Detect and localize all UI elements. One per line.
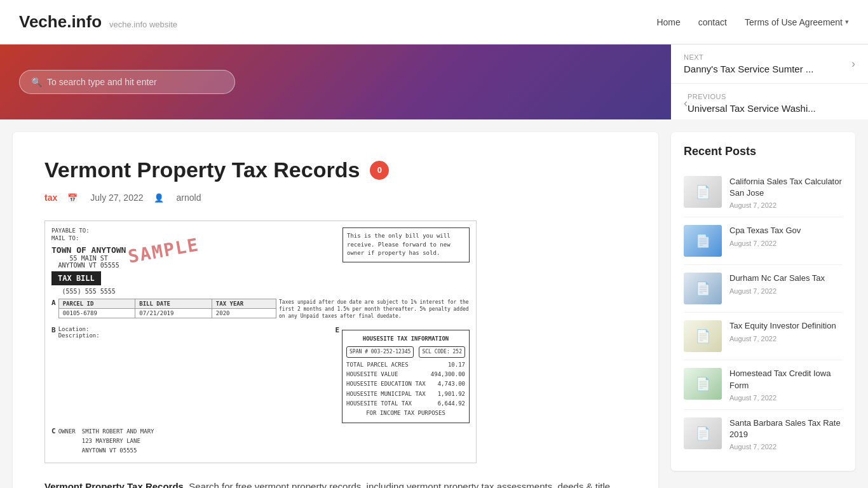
article: Vermont Property Tax Records 0 tax 📅 Jul… [13, 132, 658, 488]
parcel-acres-label: TOTAL PARCEL ACRES [346, 360, 409, 370]
calendar-icon: 📅 [67, 193, 78, 203]
post-info: Homestead Tax Credit Iowa Form August 7,… [729, 368, 843, 401]
total-tax-val: 6,644.92 [438, 399, 465, 409]
post-info: Cpa Texas Tax Gov August 7, 2022 [729, 225, 843, 257]
owner-addr1: 123 MAYBERRY LANE [82, 437, 154, 446]
search-box[interactable]: 🔍 [19, 70, 235, 94]
label-c: C [51, 427, 56, 435]
town-phone: (555) 555 5555 [51, 288, 126, 295]
prev-nav-card[interactable]: ‹ PREVIOUS Universal Tax Service Washi..… [671, 84, 868, 123]
post-date: August 7, 2022 [729, 443, 843, 451]
post-info: Santa Barbara Sales Tax Rate 2019 August… [729, 417, 843, 451]
span-badge: SPAN # 003-252-12345 [346, 346, 414, 358]
list-item[interactable]: 📄 Durham Nc Car Sales Tax August 7, 2022 [684, 265, 843, 313]
list-item[interactable]: 📄 Tax Equity Investor Definition August … [684, 313, 843, 360]
town-addr2: ANYTOWN VT 05555 [51, 262, 126, 269]
post-date: August 7, 2022 [729, 201, 843, 209]
header: Veche.info veche.info website Home conta… [0, 0, 868, 44]
post-thumbnail: 📄 [684, 273, 722, 304]
description-label: Description: [58, 332, 333, 339]
next-arrow-icon: › [851, 57, 855, 71]
meta-author: arnold [177, 193, 201, 203]
article-body-bold: Vermont Property Tax Records [44, 481, 184, 488]
housesite-value-val: 494,300.00 [431, 370, 465, 379]
col-bill-date: BILL DATE [135, 299, 212, 309]
thumb-icon: 📄 [695, 329, 711, 344]
article-title: Vermont Property Tax Records [44, 158, 360, 182]
parcel-id-val: 00105-6789 [58, 309, 135, 318]
nav-contact[interactable]: contact [698, 17, 727, 27]
post-title: Homestead Tax Credit Iowa Form [729, 368, 843, 391]
post-info: California Sales Tax Calculator San Jose… [729, 176, 843, 209]
thumb-icon: 📄 [695, 281, 711, 296]
recent-posts-list: 📄 California Sales Tax Calculator San Jo… [684, 168, 843, 458]
nav-terms-label: Terms of Use Agreement [745, 17, 843, 27]
col-parcel-id: PARCEL ID [58, 299, 135, 309]
housesite-box: HOUSESITE TAX INFORMATION SPAN # 003-252… [342, 330, 470, 423]
income-label: FOR INCOME TAX PURPOSES [346, 409, 465, 418]
chevron-down-icon: ▾ [845, 18, 849, 26]
site-tagline: veche.info website [109, 20, 177, 29]
next-title: Danny's Tax Service Sumter ... [684, 64, 851, 74]
meta-date: July 27, 2022 [90, 193, 143, 203]
mail-to-label: MAIL TO: [51, 235, 79, 241]
sidebar: Recent Posts 📄 California Sales Tax Calc… [671, 132, 855, 488]
post-thumbnail: 📄 [684, 225, 722, 257]
comment-badge[interactable]: 0 [370, 161, 389, 180]
list-item[interactable]: 📄 Homestead Tax Credit Iowa Form August … [684, 360, 843, 409]
header-left: Veche.info veche.info website [19, 12, 177, 32]
list-item[interactable]: 📄 California Sales Tax Calculator San Jo… [684, 168, 843, 217]
post-date: August 7, 2022 [729, 240, 843, 247]
thumb-icon: 📄 [695, 233, 711, 248]
nav-terms[interactable]: Terms of Use Agreement ▾ [745, 17, 849, 27]
housesite-value-label: HOUSESITE VALUE [346, 370, 398, 379]
thumb-icon: 📄 [695, 426, 711, 441]
next-nav-content: NEXT Danny's Tax Service Sumter ... [684, 53, 851, 74]
bill-date-val: 07/21/2019 [135, 309, 212, 318]
total-tax-label: HOUSESITE TOTAL TAX [346, 399, 412, 409]
interest-note: Taxes unpaid after due date are subject … [279, 299, 470, 320]
search-input[interactable] [47, 77, 223, 87]
prev-label: PREVIOUS [688, 93, 855, 100]
post-title: Cpa Texas Tax Gov [729, 225, 843, 236]
owner-name: SMITH ROBERT AND MARY [82, 427, 154, 437]
edu-tax-val: 4,743.00 [438, 379, 465, 389]
post-thumbnail: 📄 [684, 417, 722, 449]
user-icon: 👤 [154, 193, 164, 203]
article-body: Vermont Property Tax Records. Search for… [44, 478, 627, 488]
tax-bill-title: TAX BILL [51, 271, 101, 285]
housesite-header: SPAN # 003-252-12345 SCL CODE: 252 [346, 346, 465, 358]
list-item[interactable]: 📄 Santa Barbara Sales Tax Rate 2019 Augu… [684, 410, 843, 458]
thumb-icon: 📄 [695, 376, 711, 391]
sidebar-recent-posts: Recent Posts 📄 California Sales Tax Calc… [671, 132, 855, 471]
post-date: August 7, 2022 [729, 335, 843, 342]
post-title: California Sales Tax Calculator San Jose [729, 176, 843, 199]
town-name: TOWN OF ANYTOWN [51, 245, 126, 255]
scl-badge: SCL CODE: 252 [419, 346, 465, 358]
post-info: Durham Nc Car Sales Tax August 7, 2022 [729, 273, 843, 304]
next-nav-card[interactable]: NEXT Danny's Tax Service Sumter ... › [671, 44, 868, 84]
label-a: A [51, 299, 56, 307]
town-addr1: 55 MAIN ST [51, 255, 126, 262]
hero-banner: 🔍 NEXT Danny's Tax Service Sumter ... › … [0, 44, 868, 119]
sidebar-title: Recent Posts [684, 145, 843, 158]
list-item[interactable]: 📄 Cpa Texas Tax Gov August 7, 2022 [684, 217, 843, 265]
muni-tax-val: 1,901.92 [438, 390, 465, 399]
prev-title: Universal Tax Service Washi... [688, 103, 855, 114]
post-title: Durham Nc Car Sales Tax [729, 273, 843, 284]
nav-home[interactable]: Home [656, 17, 680, 27]
edu-tax-label: HOUSESITE EDUCATION TAX [346, 379, 426, 389]
meta-tag[interactable]: tax [44, 193, 57, 203]
post-title: Santa Barbara Sales Tax Rate 2019 [729, 417, 843, 440]
post-thumbnail: 📄 [684, 176, 722, 208]
header-nav: Home contact Terms of Use Agreement ▾ [656, 17, 849, 27]
post-date: August 7, 2022 [729, 287, 843, 295]
label-e: E [335, 326, 339, 334]
col-tax-year: TAX YEAR [212, 299, 276, 309]
tax-bill-note: This is the only bill you will receive. … [342, 227, 470, 262]
housesite-title: HOUSESITE TAX INFORMATION [346, 334, 465, 344]
post-info: Tax Equity Investor Definition August 7,… [729, 320, 843, 352]
post-date: August 7, 2022 [729, 394, 843, 402]
payable-to-label: PAYABLE TO: [51, 227, 90, 234]
thumb-icon: 📄 [695, 184, 711, 200]
